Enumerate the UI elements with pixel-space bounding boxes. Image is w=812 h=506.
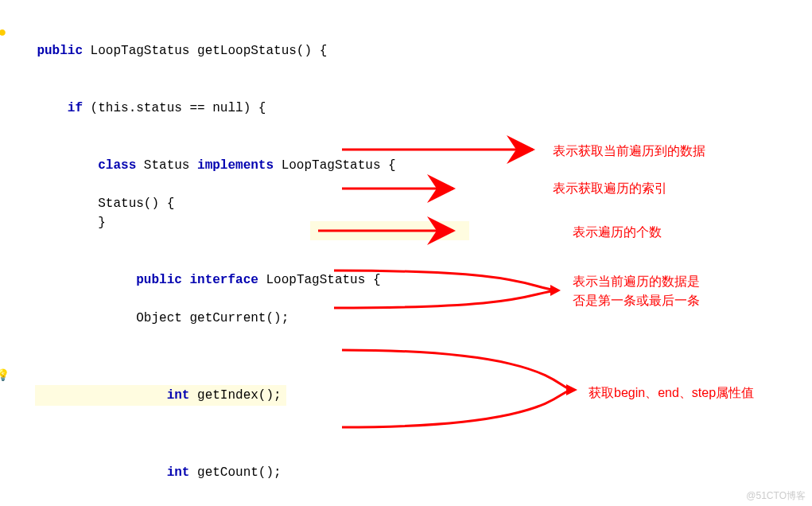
svg-marker-5 [566,384,577,395]
annotation-arrows [0,0,812,506]
svg-marker-4 [550,285,561,296]
watermark-text: @51CTO博客 [746,489,806,503]
